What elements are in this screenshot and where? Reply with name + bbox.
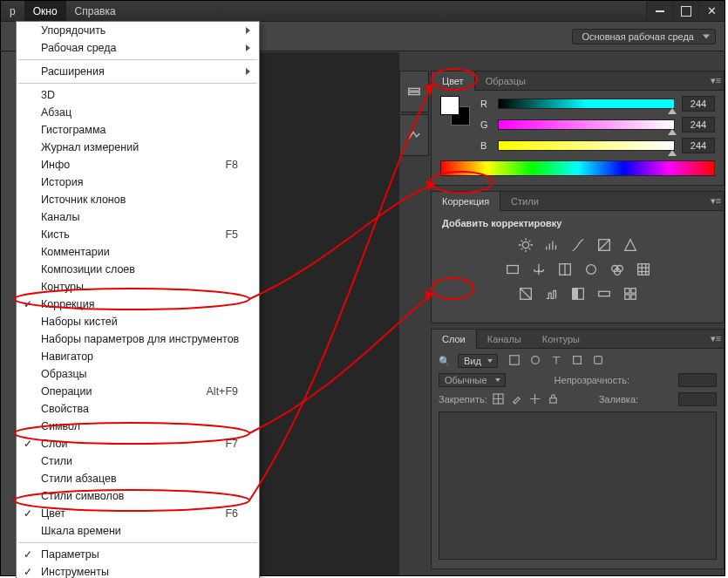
mi-properties[interactable]: Свойства (17, 400, 259, 418)
svg-rect-0 (409, 88, 420, 91)
toolbox[interactable] (1, 52, 17, 575)
layers-list[interactable] (439, 411, 717, 560)
filter-smart-icon[interactable] (592, 354, 604, 368)
slider-r[interactable] (498, 99, 675, 109)
fill-input[interactable] (678, 392, 717, 406)
mi-paragraph[interactable]: Абзац (17, 104, 259, 121)
panel-menu-icon[interactable]: ▾≡ (708, 195, 724, 207)
selective-color-icon[interactable] (623, 286, 638, 302)
filter-kind-dropdown[interactable]: Вид (458, 354, 498, 368)
mi-swatches[interactable]: Образцы (17, 365, 259, 383)
photo-filter-icon[interactable] (583, 262, 599, 277)
svg-rect-10 (637, 264, 649, 275)
invert-icon[interactable] (518, 286, 534, 302)
mi-brush[interactable]: КистьF5 (17, 226, 259, 243)
lock-position-icon[interactable] (529, 393, 541, 406)
gradient-map-icon[interactable] (596, 286, 612, 302)
mi-options[interactable]: Параметры (17, 546, 259, 563)
mi-layers[interactable]: СлоиF7 (17, 435, 259, 452)
panel-menu-icon[interactable]: ▾≡ (708, 75, 724, 86)
vibrance-icon[interactable] (623, 237, 638, 253)
mi-char-styles[interactable]: Стили символов (17, 487, 259, 505)
balance-icon[interactable] (531, 262, 547, 277)
mi-history[interactable]: История (17, 173, 259, 191)
tab-adjustments[interactable]: Коррекция (432, 191, 500, 211)
fg-bg-swatch[interactable] (440, 96, 470, 126)
mi-timeline[interactable]: Шкала времени (17, 522, 259, 540)
filter-adjust-icon[interactable] (529, 354, 541, 368)
lock-all-icon[interactable] (548, 393, 559, 406)
mi-actions[interactable]: ОперацииAlt+F9 (17, 383, 259, 400)
threshold-icon[interactable] (570, 286, 586, 302)
spectrum-bar[interactable] (440, 160, 715, 176)
svg-point-20 (532, 357, 540, 364)
svg-rect-24 (550, 398, 556, 403)
add-adjustment-label: Добавить корректировку (442, 218, 713, 228)
lock-pixels-icon[interactable] (511, 393, 522, 406)
panel-menu-icon[interactable]: ▾≡ (708, 333, 724, 344)
window-maximize-button[interactable] (672, 1, 698, 21)
tab-styles[interactable]: Стили (500, 192, 549, 211)
mi-para-styles[interactable]: Стили абзацев (17, 470, 259, 487)
svg-rect-21 (574, 357, 582, 364)
menu-prefix[interactable]: р (1, 1, 24, 22)
mi-clone-src[interactable]: Источник клонов (17, 191, 259, 208)
svg-rect-18 (630, 295, 635, 299)
hue-icon[interactable] (505, 262, 520, 277)
mi-tool-presets[interactable]: Наборы параметров для инструментов (17, 330, 259, 348)
channel-g-label: G (480, 119, 491, 130)
mi-extensions[interactable]: Расширения (17, 63, 259, 80)
mi-measure-log[interactable]: Журнал измерений (17, 139, 259, 156)
levels-icon[interactable] (544, 237, 560, 253)
value-b[interactable]: 244 (682, 138, 715, 153)
workspace-dropdown[interactable]: Основная рабочая среда (572, 29, 716, 44)
opacity-input[interactable] (678, 373, 717, 387)
mi-navigator[interactable]: Навигатор (17, 348, 259, 365)
brightness-icon[interactable] (518, 237, 534, 253)
collapsed-panel-icon[interactable] (399, 114, 429, 156)
slider-b[interactable] (498, 140, 675, 151)
mi-notes[interactable]: Комментарии (17, 243, 259, 261)
tab-channels[interactable]: Каналы (477, 330, 532, 349)
mi-channels[interactable]: Каналы (17, 208, 259, 226)
mi-3d[interactable]: 3D (17, 86, 259, 104)
mi-adjustments[interactable]: Коррекция (17, 296, 259, 313)
tab-swatches[interactable]: Образцы (475, 71, 536, 91)
posterize-icon[interactable] (544, 286, 560, 302)
adjustments-panel: Коррекция Стили ▾≡ Добавить корректировк… (431, 191, 725, 323)
tab-color[interactable]: Цвет (432, 71, 475, 91)
tab-paths[interactable]: Контуры (532, 330, 590, 349)
mi-brush-presets[interactable]: Наборы кистей (17, 313, 259, 330)
lookup-icon[interactable] (636, 262, 651, 277)
filter-pixel-icon[interactable] (508, 354, 520, 368)
window-minimize-button[interactable] (646, 1, 672, 21)
window-menu-dropdown: Упорядочить Рабочая среда Расширения 3D … (16, 21, 260, 578)
filter-shape-icon[interactable] (571, 354, 583, 368)
value-g[interactable]: 244 (682, 117, 715, 133)
mi-workspace[interactable]: Рабочая среда (17, 39, 259, 57)
mi-arrange[interactable]: Упорядочить (17, 22, 259, 39)
mi-color[interactable]: ЦветF6 (17, 505, 259, 522)
bw-icon[interactable] (557, 262, 573, 277)
blend-mode-dropdown[interactable]: Обычные (439, 373, 506, 387)
slider-g[interactable] (498, 119, 675, 130)
collapsed-panel-icon[interactable] (399, 71, 429, 112)
mi-layer-comps[interactable]: Композиции слоев (17, 261, 259, 278)
window-close-button[interactable]: ✕ (698, 1, 725, 21)
tab-layers[interactable]: Слои (432, 329, 477, 349)
lock-transparency-icon[interactable] (493, 393, 504, 406)
mi-styles[interactable]: Стили (17, 452, 259, 470)
mi-histogram[interactable]: Гистограмма (17, 121, 259, 139)
menu-window[interactable]: Окно (24, 1, 66, 22)
filter-type-icon[interactable] (550, 354, 562, 368)
channel-mixer-icon[interactable] (609, 262, 625, 277)
mi-info[interactable]: ИнфоF8 (17, 156, 259, 173)
mi-paths[interactable]: Контуры (17, 278, 259, 296)
mi-tools[interactable]: Инструменты (17, 563, 259, 578)
menu-help[interactable]: Справка (66, 1, 125, 22)
mi-character[interactable]: Символ (17, 418, 259, 435)
value-r[interactable]: 244 (682, 96, 715, 112)
exposure-icon[interactable] (596, 237, 612, 253)
curves-icon[interactable] (570, 237, 586, 253)
main-menu: р Окно Справка (1, 1, 125, 21)
